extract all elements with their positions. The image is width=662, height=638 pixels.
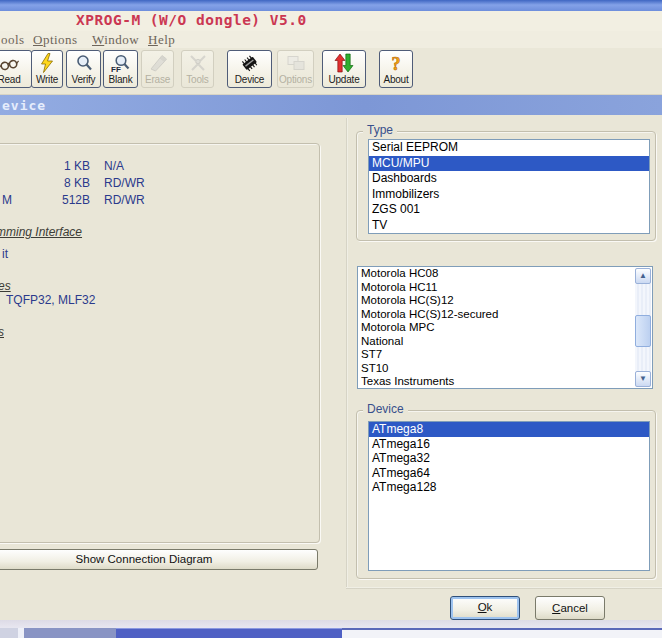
memory-row: 8 KBRD/WR (0, 175, 320, 192)
toolbar-button-verify[interactable]: Verify (66, 50, 101, 88)
tools-icon (187, 53, 209, 73)
toolbar-button-label: Verify (72, 74, 96, 85)
adapters-heading: s (0, 325, 4, 339)
list-item[interactable]: ATmega16 (369, 437, 649, 452)
list-item[interactable]: Dashboards (369, 171, 649, 187)
svg-text:?: ? (392, 54, 401, 73)
programming-interface-value: it (2, 247, 8, 261)
toolbar-button-read[interactable]: Read (0, 50, 32, 88)
toolbar-button-options: Options (277, 50, 314, 88)
list-item[interactable]: Motorola HC08 (358, 267, 635, 281)
memory-access: RD/WR (104, 175, 145, 192)
list-item[interactable]: ATmega32 (369, 451, 649, 466)
menu-item-help[interactable]: Help (148, 31, 175, 48)
toolbar-button-device[interactable]: Device (227, 50, 272, 88)
toolbar-button-label: Read (0, 74, 21, 85)
taskbar-button[interactable] (24, 628, 116, 638)
menu-item-options[interactable]: Options (33, 31, 78, 48)
show-connection-diagram-button[interactable]: Show Connection Diagram (0, 549, 318, 570)
list-item[interactable]: ATmega8 (369, 422, 649, 437)
list-item[interactable]: ST10 (358, 362, 635, 376)
ok-button[interactable]: Ok (450, 596, 520, 620)
toolbar-button-erase: Erase (141, 50, 174, 88)
list-item[interactable]: Immobilizers (369, 187, 649, 203)
window-bottom-border (0, 620, 662, 628)
memory-name: M (2, 192, 12, 209)
list-item[interactable]: Serial EEPROM (369, 140, 649, 156)
memory-size: 512B (52, 192, 90, 209)
type-list[interactable]: Serial EEPROMMCU/MPUDashboardsImmobilize… (368, 139, 650, 234)
child-window-title: evice (0, 98, 46, 113)
menu-item-ools[interactable]: ools (1, 31, 25, 48)
list-item[interactable]: TV (369, 218, 649, 234)
toolbar-button-label: Tools (186, 74, 208, 85)
memory-size: 1 KB (52, 158, 90, 175)
list-item[interactable]: MCU/MPU (369, 156, 649, 172)
toolbar-button-tools: Tools (181, 50, 214, 88)
toolbar: ReadWriteVerifyFFBlankEraseToolsDeviceOp… (0, 48, 662, 95)
list-item[interactable]: ZGS 001 (369, 202, 649, 218)
title-bar: XPROG-M (W/O dongle) V5.0 (0, 11, 662, 31)
memory-row: 1 KBN/A (0, 158, 320, 175)
windows-icon (285, 53, 307, 73)
list-item[interactable]: ATmega64 (369, 466, 649, 481)
list-item[interactable]: Motorola MPC (358, 321, 635, 335)
toolbar-button-label: Erase (145, 74, 170, 85)
scrollbar-thumb[interactable] (635, 315, 651, 347)
manufacturer-scrollbar[interactable]: ▲ ▼ (635, 268, 651, 387)
dialog-body: 1 KBN/A8 KBRD/WRM512BRD/WR mming Interfa… (0, 115, 662, 622)
memory-access: RD/WR (104, 192, 145, 209)
child-title-bar: evice (0, 95, 662, 115)
manufacturer-list-items: Motorola HC08Motorola HC11Motorola HC(S)… (358, 267, 635, 389)
toolbar-button-label: About (383, 74, 408, 85)
list-item[interactable]: Motorola HC11 (358, 281, 635, 295)
packages-heading: es (0, 279, 11, 293)
toolbar-button-about[interactable]: ?About (379, 50, 413, 88)
window-title: XPROG-M (W/O dongle) V5.0 (76, 12, 307, 28)
toolbar-button-label: Blank (108, 74, 132, 85)
list-item[interactable]: Texas Instruments (358, 375, 635, 389)
packages-value: TQFP32, MLF32 (6, 293, 95, 307)
list-item[interactable]: National (358, 335, 635, 349)
type-group-label: Type (363, 123, 397, 137)
taskbar-button-active[interactable] (116, 628, 342, 638)
svg-text:FF: FF (111, 65, 121, 74)
list-item[interactable]: ATmega128 (369, 480, 649, 495)
eraser-icon (147, 53, 169, 73)
list-item[interactable]: ST7 (358, 348, 635, 362)
device-list[interactable]: ATmega8ATmega16ATmega32ATmega64ATmega128 (368, 421, 650, 571)
toolbar-button-label: Write (36, 74, 58, 85)
chip-icon (239, 53, 261, 73)
memory-row: M512BRD/WR (0, 192, 320, 209)
cancel-button[interactable]: Cancel (535, 596, 605, 620)
toolbar-button-write[interactable]: Write (31, 50, 63, 88)
update-arrows-icon (333, 53, 355, 73)
magnifier-icon (73, 53, 95, 73)
list-item[interactable]: Motorola HC(S)12 (358, 294, 635, 308)
lightning-icon (36, 53, 58, 73)
taskbar-left-area (0, 628, 18, 638)
manufacturer-list[interactable]: Motorola HC08Motorola HC11Motorola HC(S)… (357, 266, 653, 389)
memory-access: N/A (104, 158, 124, 175)
toolbar-button-blank[interactable]: FFBlank (103, 50, 138, 88)
scroll-up-button[interactable]: ▲ (635, 268, 651, 284)
panel-divider (346, 118, 348, 588)
window-top-border (0, 0, 662, 11)
question-icon: ? (385, 53, 407, 73)
magnifier-ff-icon: FF (110, 53, 132, 73)
toolbar-button-label: Options (279, 74, 312, 85)
toolbar-button-label: Update (328, 74, 359, 85)
xprog-window: XPROG-M (W/O dongle) V5.0 oolsOptionsWin… (0, 0, 662, 638)
toolbar-button-label: Device (235, 74, 264, 85)
glasses-icon (0, 53, 20, 73)
panel-bottom-edge (346, 587, 662, 589)
scroll-down-button[interactable]: ▼ (635, 371, 651, 387)
menu-bar: oolsOptionsWindowHelp (0, 31, 662, 48)
menu-item-window[interactable]: Window (92, 31, 139, 48)
toolbar-button-update[interactable]: Update (322, 50, 366, 88)
list-item[interactable]: Motorola HC(S)12-secured (358, 308, 635, 322)
programming-interface-heading: mming Interface (0, 225, 82, 239)
memory-size: 8 KB (52, 175, 90, 192)
device-group-label: Device (363, 402, 408, 416)
taskbar (0, 628, 662, 638)
